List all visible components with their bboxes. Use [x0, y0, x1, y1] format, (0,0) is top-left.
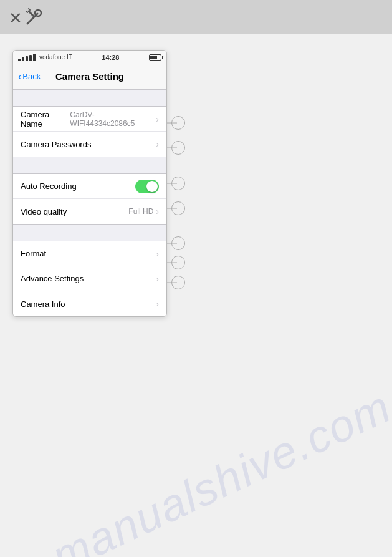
camera-name-value: CarDV-WIFI44334c2086c5: [70, 110, 153, 128]
annotation-circle-camera-passwords: [171, 141, 185, 155]
section-2: Auto Recording Video quality Full HD ›: [13, 174, 166, 224]
signal-dot-5: [33, 54, 36, 61]
signal-dot-2: [22, 57, 24, 61]
carrier-label: vodafone IT: [39, 54, 72, 61]
format-chevron-icon: ›: [156, 249, 159, 259]
section-separator-2: [13, 157, 166, 174]
advance-settings-label: Advance Settings: [21, 274, 84, 283]
format-label: Format: [21, 249, 46, 258]
status-time: 14:28: [102, 54, 119, 61]
back-chevron-icon: ‹: [18, 71, 21, 82]
section-separator-3: [13, 224, 166, 241]
advance-settings-row[interactable]: Advance Settings ›: [13, 266, 166, 291]
camera-name-label: Camera Name: [21, 110, 70, 128]
auto-recording-right: [135, 180, 159, 193]
nav-title: Camera Setting: [55, 71, 124, 82]
battery-icon: [149, 54, 161, 61]
annotation-circle-camera-name: [171, 116, 185, 130]
camera-name-right: CarDV-WIFI44334c2086c5 ›: [70, 110, 159, 128]
camera-info-right: ›: [156, 299, 159, 309]
auto-recording-row[interactable]: Auto Recording: [13, 174, 166, 199]
advance-settings-chevron-icon: ›: [156, 274, 159, 284]
camera-info-chevron-icon: ›: [156, 299, 159, 309]
section-1: Camera Name CarDV-WIFI44334c2086c5 › Cam…: [13, 107, 166, 157]
video-quality-row[interactable]: Video quality Full HD ›: [13, 199, 166, 224]
back-label: Back: [22, 72, 41, 81]
format-right: ›: [156, 249, 159, 259]
status-bar-left: vodafone IT: [18, 54, 72, 61]
section-separator-1: [13, 89, 166, 107]
signal-dot-1: [18, 59, 21, 61]
annotation-circle-auto-recording: [171, 177, 185, 190]
camera-info-row[interactable]: Camera Info ›: [13, 291, 166, 316]
camera-passwords-right: ›: [156, 139, 159, 149]
video-quality-value: Full HD: [128, 207, 153, 216]
video-quality-label: Video quality: [21, 207, 67, 216]
advance-settings-right: ›: [156, 274, 159, 284]
phone-mockup: vodafone IT 14:28 ‹ Back Camera Setting …: [12, 50, 167, 317]
toolbar: ✕: [0, 0, 392, 34]
annotation-circle-advance-settings: [171, 256, 185, 269]
auto-recording-toggle[interactable]: [135, 180, 159, 193]
status-bar: vodafone IT 14:28: [13, 51, 166, 64]
battery-fill: [150, 56, 157, 59]
camera-passwords-row[interactable]: Camera Passwords ›: [13, 132, 166, 157]
auto-recording-label: Auto Recording: [21, 182, 77, 191]
annotation-circle-camera-info: [171, 276, 185, 289]
camera-name-row[interactable]: Camera Name CarDV-WIFI44334c2086c5 ›: [13, 107, 166, 132]
video-quality-chevron-icon: ›: [156, 206, 159, 216]
video-quality-right: Full HD ›: [128, 206, 159, 216]
camera-name-chevron-icon: ›: [156, 114, 159, 124]
nav-bar: ‹ Back Camera Setting: [13, 64, 166, 89]
watermark: manualshive.com: [44, 380, 392, 557]
signal-dot-4: [29, 55, 32, 61]
camera-passwords-chevron-icon: ›: [156, 139, 159, 149]
annotation-circle-video-quality: [171, 201, 185, 215]
toggle-knob: [146, 181, 158, 192]
format-row[interactable]: Format ›: [13, 241, 166, 266]
signal-dot-3: [26, 56, 28, 61]
annotation-circle-format: [171, 236, 185, 250]
signal-dots: [18, 54, 36, 61]
camera-info-label: Camera Info: [21, 299, 65, 309]
camera-passwords-label: Camera Passwords: [21, 140, 91, 149]
section-3: Format › Advance Settings › Camera Info …: [13, 241, 166, 316]
back-button[interactable]: ‹ Back: [18, 71, 41, 82]
